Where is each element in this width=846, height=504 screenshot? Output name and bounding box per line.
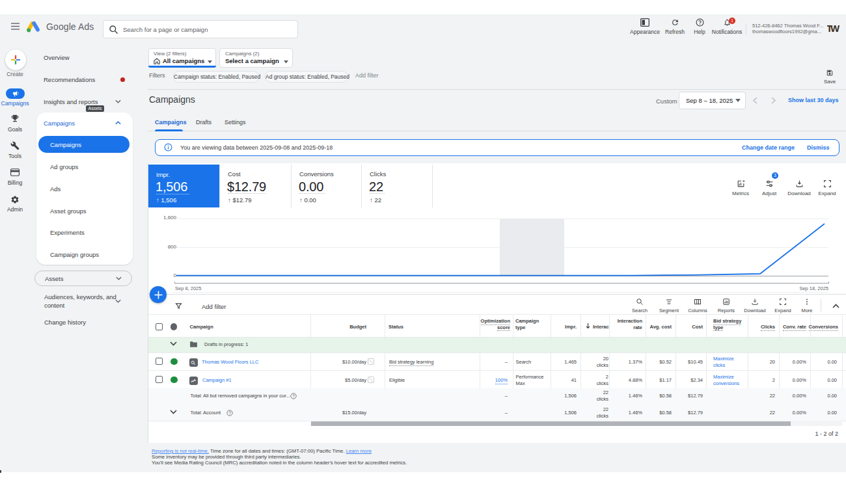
svg-text:W: W (830, 23, 839, 34)
